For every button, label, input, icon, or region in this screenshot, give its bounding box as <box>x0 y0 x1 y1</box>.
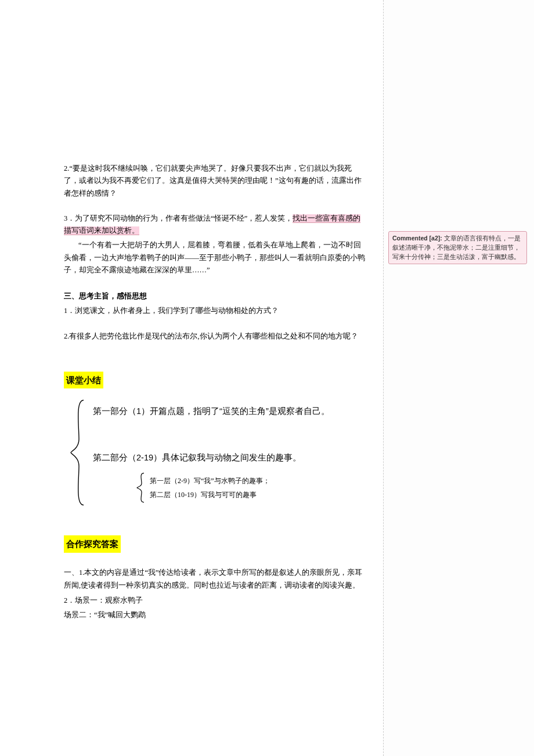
section-3-q1: 1．浏览课文，从作者身上，我们学到了哪些与动物相处的方式？ <box>64 305 366 317</box>
question-2: 2.“要是这时我不继续叫唤，它们就要尖声地哭了。好像只要我不出声，它们就以为我死… <box>64 163 366 200</box>
outline-part2: 第二部分（2-19）具体记叙我与动物之间发生的趣事。 <box>93 450 366 466</box>
sub-outline: 第一层（2-9）写“我”与水鸭子的趣事； 第二层（10-19）写我与可可的趣事 <box>137 474 366 502</box>
answers-block: 一、1.本文的内容是通过“我”传达给读者，表示文章中所写的都是叙述人的亲眼所见，… <box>64 567 366 622</box>
sub-outline-l2: 第二层（10-19）写我与可可的趣事 <box>150 488 366 502</box>
answers-heading: 合作探究答案 <box>64 535 121 553</box>
comment-a2-head: Commented [a2]: <box>392 235 442 242</box>
brace-icon <box>70 399 87 506</box>
section-3-title: 三、思考主旨，感悟思想 <box>64 290 366 303</box>
summary-heading: 课堂小结 <box>64 372 103 389</box>
outline-items: 第一部分（1）开篇点题，指明了“逗笑的主角”是观察者自己。 第二部分（2-19）… <box>93 404 366 502</box>
answer-2a: 2．场景一：观察水鸭子 <box>64 595 366 607</box>
main-column: 2.“要是这时我不继续叫唤，它们就要尖声地哭了。好像只要我不出声，它们就以为我死… <box>0 0 383 756</box>
brace-small-icon <box>136 473 146 503</box>
outline: 第一部分（1）开篇点题，指明了“逗笑的主角”是观察者自己。 第二部分（2-19）… <box>72 404 366 502</box>
outline-part1: 第一部分（1）开篇点题，指明了“逗笑的主角”是观察者自己。 <box>93 404 366 420</box>
section-3-q2: 2.有很多人把劳伦兹比作是现代的法布尔,你认为两个人有哪些相似之处和不同的地方呢… <box>64 330 366 343</box>
comments-column: Commented [a2]: 文章的语言很有特点，一是叙述清晰干净，不拖泥带水… <box>383 0 534 756</box>
section-3-q2-text: 2.有很多人把劳伦兹比作是现代的法布尔,你认为两个人有哪些相似之处和不同的地方呢… <box>64 330 366 343</box>
question-3-lead-text: 3．为了研究不同动物的行为，作者有些做法“怪诞不经”，惹人发笑， <box>64 214 293 222</box>
question-3-quote: “一个有着一大把胡子的大男人，屈着膝，弯着腰，低着头在草地上爬着，一边不时回头偷… <box>64 239 366 276</box>
question-3-lead: 3．为了研究不同动物的行为，作者有些做法“怪诞不经”，惹人发笑，找出一些富有喜感… <box>64 213 366 237</box>
sub-outline-l1: 第一层（2-9）写“我”与水鸭子的趣事； <box>150 474 366 488</box>
section-3-q1-text: 1．浏览课文，从作者身上，我们学到了哪些与动物相处的方式？ <box>64 305 366 317</box>
question-2-text: 2.“要是这时我不继续叫唤，它们就要尖声地哭了。好像只要我不出声，它们就以为我死… <box>64 163 366 200</box>
answer-1: 一、1.本文的内容是通过“我”传达给读者，表示文章中所写的都是叙述人的亲眼所见，… <box>64 567 366 592</box>
comment-a2[interactable]: Commented [a2]: 文章的语言很有特点，一是叙述清晰干净，不拖泥带水… <box>388 231 527 264</box>
answer-2b: 场景二：“我”喊回大鹦鹉 <box>64 609 366 622</box>
question-3: 3．为了研究不同动物的行为，作者有些做法“怪诞不经”，惹人发笑，找出一些富有喜感… <box>64 213 366 276</box>
page: 2.“要是这时我不继续叫唤，它们就要尖声地哭了。好像只要我不出声，它们就以为我死… <box>0 0 534 756</box>
sub-outline-lines: 第一层（2-9）写“我”与水鸭子的趣事； 第二层（10-19）写我与可可的趣事 <box>150 474 366 502</box>
